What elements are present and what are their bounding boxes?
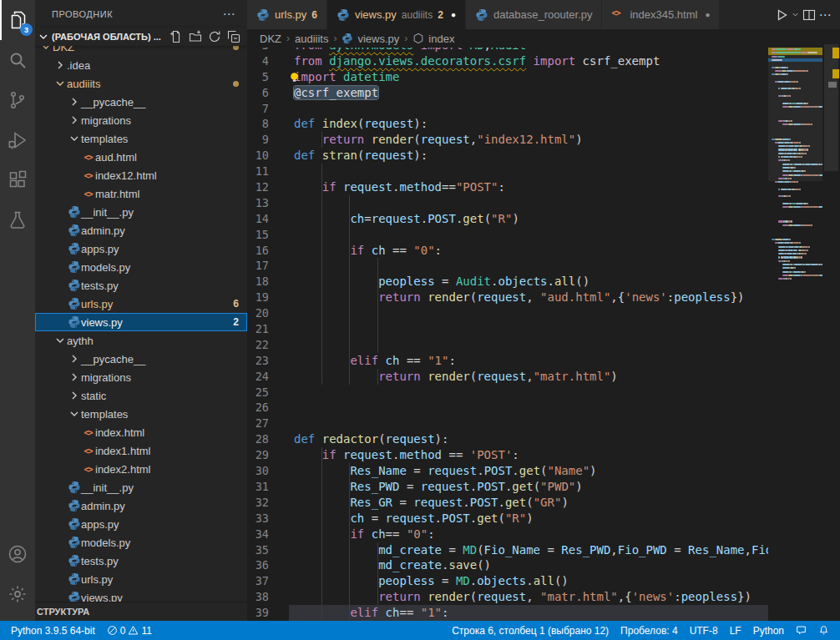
minimap[interactable] <box>768 48 822 621</box>
tree-item-views.py[interactable]: views.py2 <box>35 313 247 331</box>
tree-item-label: index.html <box>95 426 144 439</box>
dirty-dot-icon[interactable]: ● <box>705 10 710 19</box>
tree-item-urls.py[interactable]: urls.py <box>35 570 247 588</box>
code-editor[interactable]: 3from aythh.models import MD,Audit4from … <box>247 48 768 621</box>
tree-item-views.py[interactable]: views.py <box>35 588 247 602</box>
python-icon <box>67 572 81 586</box>
tree-item-tests.py[interactable]: tests.py <box>35 552 247 570</box>
refresh-icon[interactable] <box>208 30 221 43</box>
split-editor-button[interactable] <box>802 8 816 22</box>
indent-guide <box>321 195 322 211</box>
tree-item-label: index2.html <box>95 463 150 476</box>
line-number: 30 <box>247 463 269 479</box>
views-more-actions-icon[interactable]: ⋯ <box>223 7 236 22</box>
outline-section-header[interactable]: СТРУКТУРА <box>35 602 247 621</box>
new-folder-icon[interactable] <box>189 30 202 43</box>
code-line: 6@csrf_exempt <box>247 85 768 101</box>
workspace-section-header[interactable]: (РАБОЧАЯ ОБЛАСТЬ) ... <box>35 28 247 46</box>
tree-item-templates[interactable]: templates <box>35 405 247 423</box>
tree-item-label: .idea <box>67 59 90 72</box>
editor-actions: ⋯ <box>770 0 840 29</box>
python-interpreter-item[interactable]: Python 3.9.5 64-bit <box>5 621 101 640</box>
breadcrumb-item-index[interactable]: index <box>412 33 454 45</box>
tree-item-apps.py[interactable]: apps.py <box>35 515 247 533</box>
activity-source-control-button[interactable] <box>0 80 35 120</box>
tree-item-tests.py[interactable]: tests.py <box>35 276 247 295</box>
code-line: 32 Res_GR = request.POST.get("GR") <box>247 495 768 511</box>
extensions-icon <box>8 170 28 190</box>
tree-item-index1.html[interactable]: <>index1.html <box>35 441 247 460</box>
tree-item-label: matr.html <box>95 188 139 200</box>
tab-urls.py[interactable]: urls.py6 <box>247 0 327 29</box>
language-label: Python <box>753 625 784 637</box>
activity-testing-button[interactable] <box>0 200 35 240</box>
tree-item-migrations[interactable]: migrations <box>35 368 247 386</box>
tab-label: views.py <box>355 8 397 21</box>
symbol-namespace-icon <box>412 33 424 44</box>
bell-icon <box>818 625 829 636</box>
tree-item-audiiits[interactable]: audiiits <box>35 74 247 93</box>
tree-item-.idea[interactable]: .idea <box>35 56 247 74</box>
activity-account-button[interactable] <box>0 534 35 574</box>
warning-mark <box>832 48 839 58</box>
tree-item-DKZ[interactable]: DKZ <box>35 46 247 56</box>
tree-item-__pycache__[interactable]: __pycache__ <box>35 350 247 368</box>
collapse-all-icon[interactable] <box>227 30 240 43</box>
scrollbar-thumb[interactable] <box>824 44 838 171</box>
line-number: 29 <box>247 447 269 463</box>
tree-item-index.html[interactable]: <>index.html <box>35 423 247 441</box>
tree-item-matr.html[interactable]: <>matr.html <box>35 184 247 203</box>
tree-item-urls.py[interactable]: urls.py6 <box>35 295 247 313</box>
feedback-item[interactable] <box>790 625 812 636</box>
new-file-icon[interactable] <box>170 30 183 43</box>
indentation-item[interactable]: Пробелов: 4 <box>615 625 684 637</box>
tree-item-static[interactable]: static <box>35 386 247 405</box>
tree-item-apps.py[interactable]: apps.py <box>35 239 247 258</box>
problems-item[interactable]: 0 11 <box>101 621 158 640</box>
tree-item-templates[interactable]: templates <box>35 129 247 148</box>
cursor-position-item[interactable]: Строка 6, столбец 1 (выбрано 12) <box>446 625 615 637</box>
tree-item-index2.html[interactable]: <>index2.html <box>35 460 247 478</box>
tree-item-__pycache__[interactable]: __pycache__ <box>35 93 247 111</box>
run-dropdown[interactable] <box>791 10 800 19</box>
tree-item-aud.html[interactable]: <>aud.html <box>35 148 247 166</box>
cursor-position-label: Строка 6, столбец 1 (выбрано 12) <box>452 625 609 637</box>
python-icon <box>67 499 81 512</box>
tree-item-admin.py[interactable]: admin.py <box>35 221 247 239</box>
activity-run-debug-button[interactable] <box>0 120 35 160</box>
activity-explorer-button[interactable]: 3 <box>0 0 35 40</box>
lightbulb-icon[interactable] <box>288 71 301 83</box>
tab-problems-badge: 6 <box>311 9 317 21</box>
tree-item-models.py[interactable]: models.py <box>35 533 247 552</box>
tree-item-admin.py[interactable]: admin.py <box>35 496 247 515</box>
encoding-item[interactable]: UTF-8 <box>684 625 724 637</box>
activity-settings-button[interactable] <box>0 574 35 614</box>
chevron-right-icon <box>53 58 67 72</box>
tree-item-__init__.py[interactable]: __init__.py <box>35 478 247 496</box>
tab-views.py[interactable]: views.pyaudiiits2● <box>327 0 466 29</box>
notifications-item[interactable] <box>812 625 835 636</box>
line-number: 4 <box>247 53 269 69</box>
language-mode-item[interactable]: Python <box>747 625 790 637</box>
activity-search-button[interactable] <box>0 40 35 80</box>
line-number: 7 <box>247 101 269 117</box>
eol-item[interactable]: LF <box>724 625 747 637</box>
breadcrumb-item-DKZ[interactable]: DKZ <box>260 33 281 45</box>
dirty-dot-icon[interactable]: ● <box>451 10 456 19</box>
tree-item-migrations[interactable]: migrations <box>35 111 247 129</box>
more-actions-button[interactable]: ⋯ <box>818 8 832 22</box>
tab-database_roouter.py[interactable]: database_roouter.py <box>466 0 603 29</box>
line-number: 26 <box>247 400 269 416</box>
activity-extensions-button[interactable] <box>0 160 35 200</box>
tree-item-__init__.py[interactable]: __init__.py <box>35 203 247 221</box>
tree-item-index12.html[interactable]: <>index12.html <box>35 166 247 184</box>
chevron-down-icon <box>53 77 67 90</box>
editor-scrollbar[interactable] <box>822 29 840 621</box>
tree-item-aythh[interactable]: aythh <box>35 331 247 350</box>
tree-item-models.py[interactable]: models.py <box>35 258 247 276</box>
line-number: 3 <box>247 48 269 53</box>
run-python-file-button[interactable] <box>775 8 788 22</box>
breadcrumb-item-audiiits[interactable]: audiiits <box>295 33 328 45</box>
tab-index345.html[interactable]: <>index345.html● <box>602 0 720 29</box>
breadcrumb-item-views.py[interactable]: views.py <box>342 33 399 45</box>
